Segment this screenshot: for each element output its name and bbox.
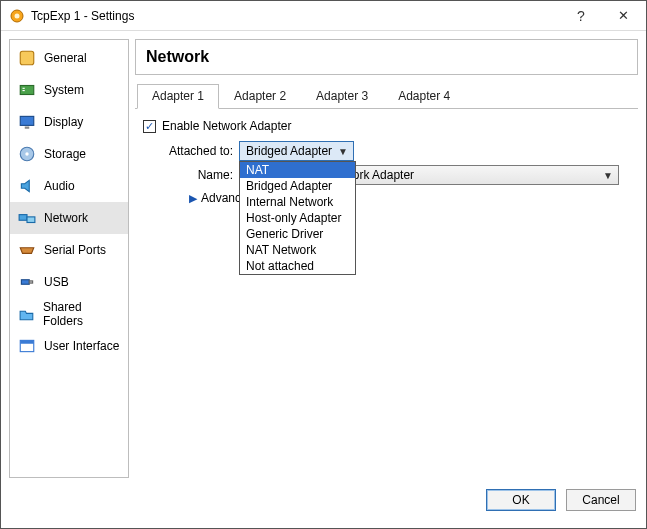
sidebar: General System Display Storage Audio Net… [9, 39, 129, 478]
sidebar-item-label: Storage [44, 147, 86, 161]
app-icon [9, 8, 25, 24]
folder-icon [18, 305, 35, 323]
page-title: Network [146, 48, 627, 66]
option-label: Not attached [246, 259, 314, 273]
sidebar-item-label: General [44, 51, 87, 65]
advanced-toggle[interactable]: ▶ Advanced [143, 191, 630, 205]
attached-option-hostonly[interactable]: Host-only Adapter [240, 210, 355, 226]
svg-rect-5 [23, 90, 25, 91]
sidebar-item-label: Network [44, 211, 88, 225]
sidebar-item-label: USB [44, 275, 69, 289]
tab-label: Adapter 2 [234, 89, 286, 103]
svg-rect-12 [21, 280, 29, 285]
cancel-button[interactable]: Cancel [566, 489, 636, 511]
general-icon [18, 49, 36, 67]
close-button[interactable]: ✕ [601, 1, 646, 31]
window-title: TcpExp 1 - Settings [31, 9, 134, 23]
svg-rect-4 [23, 88, 25, 89]
sidebar-item-label: Display [44, 115, 83, 129]
serial-icon [18, 241, 36, 259]
option-label: Host-only Adapter [246, 211, 341, 225]
sidebar-item-network[interactable]: Network [10, 202, 128, 234]
svg-point-9 [25, 152, 28, 155]
button-label: Cancel [582, 493, 619, 507]
sidebar-item-serial-ports[interactable]: Serial Ports [10, 234, 128, 266]
main-panel: Network Adapter 1 Adapter 2 Adapter 3 Ad… [135, 39, 638, 478]
svg-rect-7 [25, 127, 30, 129]
svg-rect-10 [19, 215, 27, 221]
attached-option-natnetwork[interactable]: NAT Network [240, 242, 355, 258]
sidebar-item-label: Shared Folders [43, 300, 120, 328]
svg-rect-6 [20, 116, 34, 125]
svg-rect-11 [27, 217, 35, 223]
chevron-down-icon: ▼ [335, 146, 351, 157]
option-label: NAT [246, 163, 269, 177]
name-label: Name: [143, 168, 239, 182]
attached-option-nat[interactable]: NAT [240, 162, 355, 178]
close-icon: ✕ [618, 8, 629, 23]
enable-adapter-checkbox[interactable]: ✓ [143, 120, 156, 133]
help-button[interactable]: ? [561, 1, 601, 31]
option-label: Generic Driver [246, 227, 323, 241]
main-header: Network [135, 39, 638, 75]
button-label: OK [512, 493, 529, 507]
sidebar-item-label: Serial Ports [44, 243, 106, 257]
option-label: NAT Network [246, 243, 316, 257]
titlebar: TcpExp 1 - Settings ? ✕ [1, 1, 646, 31]
attached-option-notattached[interactable]: Not attached [240, 258, 355, 274]
ui-icon [18, 337, 36, 355]
tab-adapter-2[interactable]: Adapter 2 [219, 84, 301, 109]
sidebar-item-label: User Interface [44, 339, 119, 353]
sidebar-item-display[interactable]: Display [10, 106, 128, 138]
audio-icon [18, 177, 36, 195]
network-icon [18, 209, 36, 227]
attached-to-combo[interactable]: Bridged Adapter ▼ NAT Bridged Adapter In… [239, 141, 354, 161]
chevron-down-icon: ▼ [600, 170, 616, 181]
tab-label: Adapter 3 [316, 89, 368, 103]
display-icon [18, 113, 36, 131]
sidebar-item-label: System [44, 83, 84, 97]
sidebar-item-label: Audio [44, 179, 75, 193]
sidebar-item-user-interface[interactable]: User Interface [10, 330, 128, 362]
adapter-panel: ✓ Enable Network Adapter Attached to: Br… [135, 109, 638, 215]
dialog-footer: OK Cancel [1, 486, 646, 520]
sidebar-item-usb[interactable]: USB [10, 266, 128, 298]
svg-rect-15 [20, 340, 34, 343]
svg-rect-2 [20, 51, 34, 65]
tab-adapter-4[interactable]: Adapter 4 [383, 84, 465, 109]
svg-rect-13 [29, 281, 32, 283]
svg-rect-3 [20, 86, 34, 95]
ok-button[interactable]: OK [486, 489, 556, 511]
system-icon [18, 81, 36, 99]
attached-to-label: Attached to: [143, 144, 239, 158]
tab-label: Adapter 4 [398, 89, 450, 103]
sidebar-item-general[interactable]: General [10, 42, 128, 74]
usb-icon [18, 273, 36, 291]
svg-point-1 [15, 13, 20, 18]
attached-option-generic[interactable]: Generic Driver [240, 226, 355, 242]
storage-icon [18, 145, 36, 163]
option-label: Internal Network [246, 195, 333, 209]
attached-option-bridged[interactable]: Bridged Adapter [240, 178, 355, 194]
adapter-tabs: Adapter 1 Adapter 2 Adapter 3 Adapter 4 [135, 83, 638, 109]
attached-option-internal[interactable]: Internal Network [240, 194, 355, 210]
attached-to-value: Bridged Adapter [246, 144, 332, 158]
sidebar-item-storage[interactable]: Storage [10, 138, 128, 170]
chevron-right-icon: ▶ [189, 192, 197, 205]
help-icon: ? [577, 8, 585, 24]
option-label: Bridged Adapter [246, 179, 332, 193]
sidebar-item-system[interactable]: System [10, 74, 128, 106]
enable-adapter-label: Enable Network Adapter [162, 119, 291, 133]
sidebar-item-shared-folders[interactable]: Shared Folders [10, 298, 128, 330]
tab-label: Adapter 1 [152, 89, 204, 103]
tab-adapter-3[interactable]: Adapter 3 [301, 84, 383, 109]
attached-to-dropdown: NAT Bridged Adapter Internal Network Hos… [239, 161, 356, 275]
tab-adapter-1[interactable]: Adapter 1 [137, 84, 219, 109]
sidebar-item-audio[interactable]: Audio [10, 170, 128, 202]
